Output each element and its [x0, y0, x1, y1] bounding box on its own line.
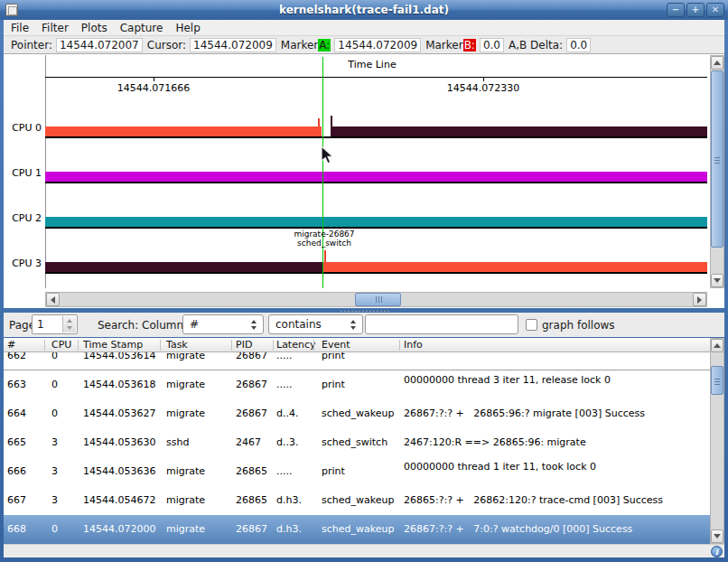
- graph-scroll-down-icon[interactable]: [711, 274, 723, 287]
- marker-b-label: Marker: [425, 39, 462, 52]
- axis-tick-2: [483, 77, 484, 81]
- menu-file[interactable]: File: [11, 22, 39, 34]
- annotation-task: migrate-26867: [252, 229, 397, 239]
- graph-title: Time Line: [282, 59, 462, 70]
- column-select[interactable]: #: [182, 314, 264, 334]
- graph-hscrollbar[interactable]: [45, 292, 707, 307]
- cursor-label: Cursor:: [147, 39, 186, 52]
- cpu2-task-bar[interactable]: [45, 217, 707, 227]
- cpu1-task-bar[interactable]: [45, 172, 707, 182]
- graph-vscrollbar[interactable]: [710, 55, 724, 288]
- page-spinner-icon[interactable]: [62, 316, 76, 333]
- marker-a-key: A:: [318, 39, 331, 52]
- info-icon[interactable]: i: [711, 546, 723, 557]
- graph-vscroll-thumb[interactable]: [711, 70, 723, 248]
- table-row[interactable]: 665 3 14544.053630 sshd 2467 d..3. sched…: [4, 428, 710, 457]
- table-row[interactable]: 666 3 14544.053636 migrate 26865 ..... p…: [4, 457, 710, 486]
- list-controls: Page 1 Search: Column: # contains graph …: [4, 313, 724, 337]
- kernelshark-window: kernelshark(trace-fail1.dat) − + ✕ File …: [0, 0, 728, 562]
- marker-b-value: 0.0: [480, 38, 504, 52]
- titlebar[interactable]: kernelshark(trace-fail1.dat) − + ✕: [0, 0, 728, 20]
- table-row-selected[interactable]: 668 0 14544.072000 migrate 26867 d.h3. s…: [4, 515, 710, 544]
- cpu1-baseline: [45, 182, 707, 183]
- timeline-graph[interactable]: Time Line 14544.071666 14544.072330 CPU …: [4, 53, 724, 308]
- list-vscroll-thumb[interactable]: [711, 366, 723, 395]
- search-column-label: Search: Column:: [98, 319, 187, 332]
- cpu3-baseline: [45, 272, 707, 274]
- graph-scroll-up-icon[interactable]: [711, 56, 723, 70]
- graph-follows-label: graph follows: [542, 319, 615, 332]
- column-selected-value: #: [190, 318, 199, 331]
- table-row[interactable]: 663 0 14544.053618 migrate 26867 ..... p…: [4, 370, 710, 399]
- minimize-button[interactable]: −: [667, 3, 685, 17]
- axis-tick-label-1: 14544.071666: [99, 82, 208, 94]
- graph-hscroll-thumb[interactable]: [355, 293, 401, 306]
- col-header-task[interactable]: Task: [166, 339, 188, 351]
- table-row[interactable]: 667 3 14544.054672 migrate 26865 d.h3. s…: [4, 486, 710, 515]
- cpu0-baseline: [45, 136, 707, 138]
- marker-b-key: B:: [463, 39, 476, 52]
- cpu3-task-bar-right[interactable]: [322, 262, 707, 272]
- axis-tick-label-2: 14544.072330: [429, 82, 537, 94]
- ab-delta-value: 0.0: [566, 38, 591, 52]
- col-header-ts[interactable]: Time Stamp: [83, 339, 143, 351]
- pointer-label: Pointer:: [11, 39, 52, 52]
- list-vscrollbar[interactable]: [710, 338, 724, 544]
- table-row[interactable]: 664 0 14544.053627 migrate 26867 d..4. s…: [4, 399, 710, 428]
- list-scroll-down-icon[interactable]: [711, 529, 723, 543]
- mouse-cursor-icon: [320, 145, 334, 165]
- marker-infobar: Pointer: 14544.072007 Cursor: 14544.0720…: [4, 36, 724, 53]
- col-header-info[interactable]: Info: [404, 339, 423, 351]
- event-annotation: migrate-26867 sched_switch: [252, 229, 397, 248]
- cpu0-label: CPU 0: [11, 122, 42, 134]
- app-icon[interactable]: [5, 4, 18, 16]
- axis-tick-1: [154, 77, 154, 81]
- menu-capture[interactable]: Capture: [120, 22, 173, 34]
- maximize-button[interactable]: +: [686, 3, 705, 17]
- column-select-chevron-updown-icon: [248, 318, 259, 332]
- page-value: 1: [37, 318, 44, 331]
- graph-follows-checkbox[interactable]: [526, 319, 537, 331]
- menu-help[interactable]: Help: [175, 22, 210, 34]
- col-header-event[interactable]: Event: [322, 339, 350, 351]
- time-axis: [45, 77, 707, 78]
- cpu3-task-bar-left[interactable]: [45, 262, 322, 272]
- graph-scroll-left-icon[interactable]: [46, 293, 60, 306]
- col-header-num[interactable]: #: [7, 339, 15, 351]
- menu-filter[interactable]: Filter: [42, 22, 79, 34]
- cpu0-event-tick-dark: [331, 116, 332, 126]
- cpu3-label: CPU 3: [11, 258, 42, 269]
- window-title: kernelshark(trace-fail1.dat): [0, 4, 728, 16]
- menubar: File Filter Plots Capture Help: [4, 20, 724, 36]
- table-row[interactable]: 662 0 14544.053614 migrate 26867 ..... p…: [4, 352, 710, 370]
- cursor-value: 14544.072009: [190, 38, 276, 52]
- cpu0-task-bar-right[interactable]: [331, 126, 707, 136]
- marker-a-value: 14544.072009: [334, 38, 421, 52]
- menu-plots[interactable]: Plots: [81, 22, 117, 34]
- event-list-header: # CPU Time Stamp Task PID Latency Event …: [4, 338, 710, 352]
- search-input[interactable]: [365, 314, 518, 334]
- cpu0-event-tick-red: [318, 118, 320, 126]
- match-select-chevron-updown-icon: [348, 318, 359, 332]
- match-select[interactable]: contains: [268, 314, 363, 334]
- cpu2-label: CPU 2: [11, 212, 42, 224]
- col-header-latency[interactable]: Latency: [276, 339, 315, 351]
- cpu0-task-bar-left[interactable]: [45, 126, 322, 136]
- annotation-event: sched_switch: [252, 239, 397, 248]
- page-spinbox[interactable]: 1: [32, 314, 78, 334]
- pointer-value: 14544.072007: [56, 38, 143, 52]
- graph-scroll-right-icon[interactable]: [693, 293, 706, 306]
- match-selected-value: contains: [275, 318, 322, 331]
- cpu2-baseline: [45, 227, 707, 229]
- close-button[interactable]: ✕: [706, 3, 724, 17]
- col-header-cpu[interactable]: CPU: [51, 339, 71, 351]
- marker-a-label: Marker: [281, 39, 318, 52]
- cpu1-label: CPU 1: [11, 167, 42, 179]
- col-header-pid[interactable]: PID: [236, 339, 252, 351]
- event-list: # CPU Time Stamp Task PID Latency Event …: [4, 338, 710, 544]
- statusbar: i: [4, 544, 724, 557]
- list-scroll-up-icon[interactable]: [711, 339, 723, 352]
- marker-a-line: [322, 57, 323, 288]
- cpu3-event-tick-red: [324, 250, 326, 262]
- ab-delta-label: A,B Delta:: [509, 39, 563, 52]
